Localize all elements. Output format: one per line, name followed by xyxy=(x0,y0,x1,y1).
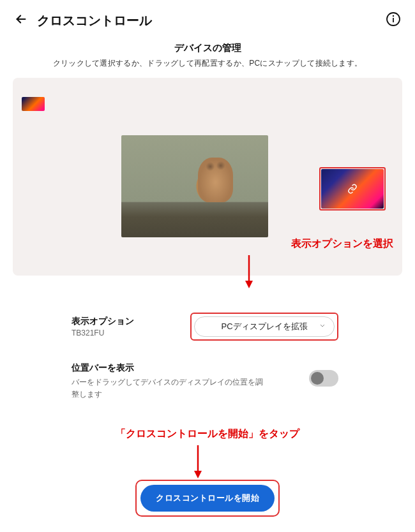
secondary-display-thumbnail[interactable] xyxy=(22,97,45,111)
subheader-description: クリックして選択するか、ドラッグして再配置するか、PCにスナップして接続します。 xyxy=(0,58,415,69)
display-options-text: 表示オプション TB321FU xyxy=(72,316,134,337)
page-title: クロスコントロール xyxy=(37,12,152,29)
position-bar-label: 位置バーを表示 xyxy=(72,362,263,374)
info-icon[interactable] xyxy=(386,11,401,29)
toggle-knob xyxy=(311,372,324,385)
chevron-down-icon xyxy=(319,322,326,332)
start-button-highlight: クロスコントロールを開始 xyxy=(135,480,280,517)
position-bar-text: 位置バーを表示 バーをドラッグしてデバイスのディスプレイの位置を調整します xyxy=(72,362,263,401)
svg-marker-6 xyxy=(194,471,202,478)
start-cross-control-button[interactable]: クロスコントロールを開始 xyxy=(140,485,275,512)
annotation-arrow-2-icon xyxy=(192,444,204,480)
display-options-label: 表示オプション xyxy=(72,316,134,327)
annotation-select-option: 表示オプションを選択 xyxy=(291,237,393,251)
subheader: デバイスの管理 クリックして選択するか、ドラッグして再配置するか、PCにスナップ… xyxy=(0,42,415,69)
display-options-select[interactable]: PCディスプレイを拡張 xyxy=(194,316,335,337)
link-icon xyxy=(347,184,358,194)
position-bar-toggle[interactable] xyxy=(309,370,338,387)
tablet-screen-preview xyxy=(321,169,384,209)
header-left: クロスコントロール xyxy=(14,12,152,29)
annotation-tap-start: 「クロスコントロールを開始」をタップ xyxy=(116,427,299,441)
display-options-row: 表示オプション TB321FU PCディスプレイを拡張 xyxy=(72,313,338,341)
svg-point-2 xyxy=(393,15,394,17)
primary-display-preview[interactable] xyxy=(121,135,268,237)
annotation-arrow-1-icon xyxy=(243,254,255,290)
device-name: TB321FU xyxy=(72,329,134,337)
connected-tablet-device[interactable] xyxy=(319,167,386,211)
page-header: クロスコントロール xyxy=(0,0,415,36)
display-options-selected-value: PCディスプレイを拡張 xyxy=(221,321,307,332)
back-arrow-icon[interactable] xyxy=(14,12,28,29)
svg-marker-4 xyxy=(245,281,253,288)
position-bar-description: バーをドラッグしてデバイスのディスプレイの位置を調整します xyxy=(72,376,263,401)
position-bar-row: 位置バーを表示 バーをドラッグしてデバイスのディスプレイの位置を調整します xyxy=(72,362,338,401)
subheader-title: デバイスの管理 xyxy=(0,42,415,54)
display-options-highlight: PCディスプレイを拡張 xyxy=(190,313,338,341)
